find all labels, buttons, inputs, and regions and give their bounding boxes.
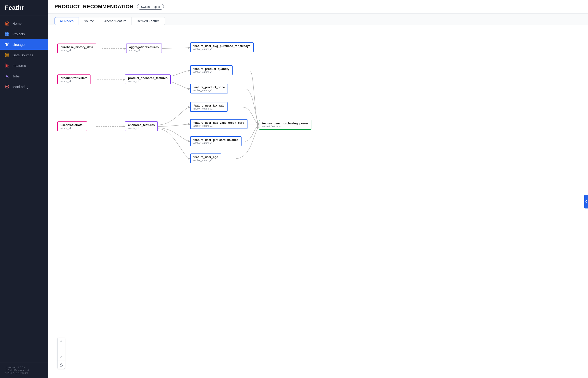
svg-point-4 [5, 43, 7, 44]
lock-button[interactable] [57, 361, 65, 369]
svg-rect-14 [8, 66, 9, 67]
sidebar-item-home-label: Home [12, 22, 22, 26]
node-name: feature_product_quantity [193, 67, 229, 70]
sidebar-item-projects-label: Projects [12, 32, 25, 36]
node-sub: anchor_feature_v1 [193, 108, 224, 110]
sidebar-item-datasources[interactable]: Data Sources [0, 50, 48, 60]
sidebar: Feathr Home Projects Lineage Data Source… [0, 0, 48, 378]
node-aggregation-features[interactable]: aggregationFeatures anchor_v1 [126, 43, 162, 53]
node-feature-product-quantity[interactable]: feature_product_quantity anchor_feature_… [190, 65, 232, 75]
main-content: PRODUCT_RECOMMENDATION Switch Project Al… [48, 0, 588, 378]
node-sub: source_v1 [60, 49, 93, 52]
version-text: UI Version: 1.0.0-rc1 [5, 366, 43, 369]
node-name: aggregationFeatures [129, 45, 159, 49]
node-feature-purchasing-power[interactable]: feature_user_purchasing_power derived_fe… [259, 120, 311, 130]
fit-button[interactable]: ⤢ [57, 353, 65, 361]
svg-rect-0 [5, 32, 7, 34]
node-product-anchored-features[interactable]: product_anchored_features anchor_v1 [125, 74, 171, 84]
datasources-icon [5, 53, 10, 57]
node-sub: anchor_feature_v1 [193, 159, 218, 162]
sidebar-item-datasources-label: Data Sources [12, 53, 33, 57]
node-name: feature_user_has_valid_credit_card [193, 121, 244, 124]
zoom-controls: + − ⤢ [57, 338, 65, 369]
monitoring-icon [5, 84, 10, 89]
node-sub: anchor_feature_v1 [193, 71, 229, 73]
node-feature-valid-credit-card[interactable]: feature_user_has_valid_credit_card ancho… [190, 119, 247, 129]
svg-rect-1 [8, 32, 9, 34]
lineage-icon [5, 42, 10, 47]
tab-anchor-feature[interactable]: Anchor Feature [99, 17, 132, 25]
sidebar-item-features[interactable]: Features [0, 60, 48, 71]
svg-point-15 [6, 75, 8, 77]
sidebar-item-features-label: Features [12, 64, 26, 68]
node-sub: anchor_feature_v1 [193, 89, 225, 92]
right-panel-handle[interactable] [584, 195, 588, 208]
lineage-graph: purchase_history_data source_v1 productP… [55, 30, 318, 181]
node-feature-avg-purchase[interactable]: feature_user_avg_purchase_for_90days anc… [190, 42, 254, 52]
node-sub: anchor_v1 [129, 49, 159, 52]
node-purchase-history-data[interactable]: purchase_history_data source_v1 [57, 43, 96, 53]
home-icon [5, 21, 10, 26]
sidebar-item-lineage[interactable]: Lineage [0, 39, 48, 50]
zoom-in-button[interactable]: + [57, 338, 65, 345]
node-name: feature_user_tax_rate [193, 104, 224, 107]
sidebar-item-jobs[interactable]: Jobs [0, 71, 48, 81]
node-name: product_anchored_features [128, 76, 167, 80]
sidebar-item-monitoring[interactable]: Monitoring [0, 81, 48, 92]
sidebar-footer: UI Version: 1.0.0-rc1 UI Build Generated… [0, 362, 48, 378]
node-name: feature_user_gift_card_balance [193, 138, 238, 142]
tab-source[interactable]: Source [79, 17, 99, 25]
node-name: feature_user_age [193, 155, 218, 159]
node-sub: anchor_feature_v1 [193, 48, 250, 50]
svg-rect-2 [5, 34, 7, 36]
app-logo: Feathr [0, 0, 48, 16]
node-sub: anchor_v1 [128, 127, 155, 129]
svg-point-17 [7, 86, 8, 87]
project-title: PRODUCT_RECOMMENDATION [55, 4, 133, 10]
sidebar-item-projects[interactable]: Projects [0, 29, 48, 39]
svg-line-19 [158, 48, 190, 49]
node-feature-product-price[interactable]: feature_product_price anchor_feature_v1 [190, 84, 228, 94]
jobs-icon [5, 74, 10, 79]
svg-point-6 [7, 45, 8, 46]
node-sub: source_v1 [60, 127, 84, 129]
node-name: feature_product_price [193, 85, 225, 89]
svg-rect-13 [7, 65, 8, 67]
tab-all-nodes[interactable]: All Nodes [55, 17, 79, 25]
node-name: anchored_features [128, 123, 155, 127]
build-date: 2023-02-21 18:13:21 [5, 372, 43, 374]
svg-rect-11 [5, 56, 9, 57]
node-name: feature_user_purchasing_power [262, 122, 308, 125]
sidebar-item-lineage-label: Lineage [12, 43, 25, 46]
switch-project-button[interactable]: Switch Project [137, 4, 164, 10]
node-sub: anchor_feature_v1 [193, 142, 238, 144]
sidebar-nav: Home Projects Lineage Data Sources Featu [0, 16, 48, 362]
node-feature-user-age[interactable]: feature_user_age anchor_feature_v1 [190, 153, 221, 163]
svg-line-7 [6, 44, 7, 45]
svg-line-8 [7, 44, 8, 45]
sidebar-item-home[interactable]: Home [0, 18, 48, 29]
node-product-profile-data[interactable]: productProfileData source_v1 [57, 74, 91, 84]
zoom-out-button[interactable]: − [57, 346, 65, 353]
node-user-profile-data[interactable]: userProfileData source_v1 [57, 122, 87, 131]
node-name: feature_user_avg_purchase_for_90days [193, 44, 250, 48]
svg-point-5 [8, 43, 9, 44]
node-sub: derived_feature_v1 [262, 125, 308, 128]
features-icon [5, 63, 10, 68]
svg-rect-22 [60, 365, 63, 366]
sidebar-item-jobs-label: Jobs [12, 74, 20, 78]
node-anchored-features[interactable]: anchored_features anchor_v1 [125, 122, 158, 131]
node-name: userProfileData [60, 123, 84, 127]
node-sub: anchor_v1 [128, 80, 167, 82]
tabs-bar: All Nodes Source Anchor Feature Derived … [48, 14, 588, 25]
graph-area[interactable]: purchase_history_data source_v1 productP… [48, 25, 588, 378]
tab-derived-feature[interactable]: Derived Feature [132, 17, 165, 25]
node-feature-user-tax-rate[interactable]: feature_user_tax_rate anchor_feature_v1 [190, 102, 228, 112]
node-feature-gift-card-balance[interactable]: feature_user_gift_card_balance anchor_fe… [190, 136, 242, 146]
node-name: purchase_history_data [60, 45, 93, 49]
svg-rect-3 [8, 34, 9, 36]
sidebar-item-monitoring-label: Monitoring [12, 85, 28, 89]
svg-rect-12 [5, 64, 6, 67]
node-sub: source_v1 [60, 80, 87, 82]
top-bar: PRODUCT_RECOMMENDATION Switch Project [48, 0, 588, 14]
